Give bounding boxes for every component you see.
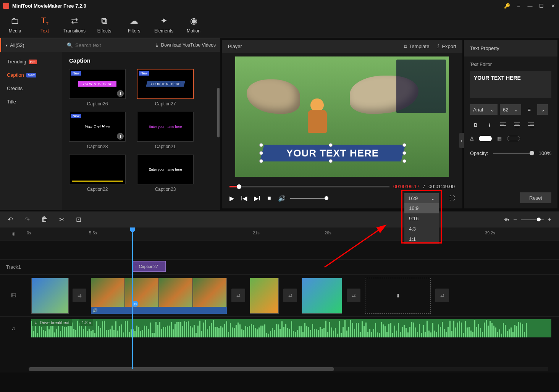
chevron-down-icon: ⌄ (431, 195, 435, 201)
stroke-color-swatch[interactable] (507, 136, 520, 141)
prev-frame-button[interactable]: I◀ (241, 195, 247, 202)
transition-slot-2[interactable]: ⇄ (231, 289, 245, 302)
aspect-option-16-9[interactable]: 16:9 (404, 203, 439, 213)
zoom-slider[interactable] (521, 219, 544, 220)
volume-slider[interactable] (290, 198, 328, 199)
search-box[interactable]: 🔍 (67, 42, 117, 48)
aspect-option-4-3[interactable]: 4:3 (404, 224, 439, 234)
timeline-scrollbar[interactable] (29, 367, 548, 371)
close-button[interactable]: ✕ (550, 3, 556, 9)
tab-effects[interactable]: ⧉Effects (89, 11, 119, 38)
split-button[interactable]: ✂ (59, 216, 65, 224)
search-input[interactable] (75, 42, 117, 48)
transition-slot-4[interactable]: ⇄ (347, 289, 360, 302)
panel-expand-handle[interactable]: › (459, 133, 464, 148)
opacity-slider[interactable] (493, 153, 534, 154)
text-overlay[interactable]: YOUR TEXT HERE (260, 145, 406, 161)
transition-slot-1[interactable]: ⇉ (73, 289, 86, 302)
zoom-in-button[interactable]: + (548, 216, 551, 223)
volume-button[interactable]: 🔊 (278, 195, 286, 202)
fill-color-swatch[interactable] (479, 136, 492, 141)
video-clip-2[interactable]: 🔊 ✂ (91, 278, 227, 314)
video-placeholder[interactable]: ⬇ (365, 278, 431, 314)
transition-slot-5[interactable]: ⇄ (435, 289, 449, 302)
text-clip-caption27[interactable]: TCaption27 (132, 261, 166, 272)
stop-button[interactable]: ■ (267, 195, 271, 202)
search-icon: 🔍 (67, 42, 73, 48)
export-button[interactable]: ⤴Export (437, 43, 456, 49)
app-icon (3, 3, 9, 9)
template-icon: ⧈ (404, 43, 407, 49)
download-icon[interactable]: ⬇ (117, 133, 124, 140)
thumb-caption22[interactable]: Caption22 (69, 155, 126, 192)
asset-browser: 🔍 ⤓Download YouTube Videos Caption NewYO… (62, 38, 220, 210)
thumb-caption23[interactable]: Enter your name here Caption23 (137, 155, 194, 192)
clip-volume-icon[interactable]: 🔊 (92, 308, 98, 313)
download-youtube-link[interactable]: ⤓Download YouTube Videos (155, 42, 216, 48)
zoom-out-button[interactable]: − (513, 216, 517, 223)
play-button[interactable]: ▶ (229, 195, 234, 202)
template-button[interactable]: ⧈Template (404, 43, 430, 49)
font-family-select[interactable]: Arial⌄ (470, 104, 498, 115)
clip-speed-icon[interactable]: ✂ (132, 301, 138, 307)
redo-button[interactable]: ↷ (24, 216, 30, 224)
thumb-caption26[interactable]: NewYOUR TEXT HERE⬇ Caption26 (69, 69, 126, 106)
transition-slot-3[interactable]: ⇄ (283, 289, 297, 302)
italic-button[interactable]: I (484, 119, 495, 130)
video-clip-3[interactable] (250, 278, 279, 314)
timeline-ruler[interactable]: 0s 5.5s 21s 26s 39.2s (27, 227, 559, 240)
playhead[interactable] (132, 227, 133, 369)
aspect-ratio-select[interactable]: 16:9 ⌄ 16:9 9:16 4:3 1:1 (404, 193, 439, 203)
maximize-button[interactable]: ☐ (538, 3, 544, 9)
audio-clip[interactable] (31, 319, 551, 337)
reset-button[interactable]: Reset (520, 192, 551, 203)
tab-motion[interactable]: ◉Motion (179, 11, 208, 38)
align-right-button[interactable] (525, 119, 536, 130)
category-sidebar: ▾All(52) TrendingHot CaptionNew Credits … (0, 38, 62, 210)
thumb-caption28[interactable]: NewYour Text Here⬇ Caption28 (69, 112, 126, 149)
category-trending[interactable]: TrendingHot (0, 55, 62, 68)
undo-button[interactable]: ↶ (8, 216, 13, 224)
tab-elements[interactable]: ✦Elements (149, 11, 179, 38)
tab-transitions[interactable]: ⇄Transitions (60, 11, 89, 38)
bold-button[interactable]: B (470, 119, 481, 130)
font-size-select[interactable]: 62⌄ (500, 104, 521, 115)
scrub-bar[interactable] (229, 186, 389, 187)
aspect-option-9-16[interactable]: 9:16 (404, 213, 439, 224)
category-caption[interactable]: CaptionNew (0, 68, 62, 82)
highlight-icon: ▦ (497, 136, 502, 141)
app-title: MiniTool MovieMaker Free 7.2.0 (12, 3, 86, 9)
fullscreen-button[interactable]: ⛶ (449, 195, 455, 201)
crop-button[interactable]: ⊡ (76, 216, 81, 224)
thumb-caption21[interactable]: Enter your name here Caption21 (137, 112, 194, 149)
delete-button[interactable]: 🗑 (41, 216, 48, 223)
next-frame-button[interactable]: ▶I (254, 195, 260, 202)
filters-icon: ☁ (130, 16, 138, 26)
category-all[interactable]: ▾All(52) (0, 38, 62, 52)
thumb-caption27[interactable]: NewYOUR TEXT HERE Caption27 (137, 69, 194, 106)
audio-clip-label: ♫Drive breakbeat (32, 319, 72, 326)
key-icon[interactable]: 🔑 (504, 3, 510, 9)
menu-icon[interactable]: ≡ (515, 3, 522, 9)
align-center-button[interactable] (511, 119, 523, 130)
effects-icon: ⧉ (101, 16, 107, 26)
text-editor-input[interactable] (470, 71, 551, 98)
category-credits[interactable]: Credits (0, 82, 62, 95)
preview-canvas[interactable]: YOUR TEXT HERE (235, 56, 449, 177)
aspect-option-1-1[interactable]: 1:1 (404, 234, 439, 244)
more-text-options[interactable]: ⌄ (537, 104, 548, 115)
tab-text[interactable]: TTText (30, 11, 60, 38)
video-clip-1[interactable] (31, 278, 69, 314)
fit-button[interactable]: ⇹ (504, 216, 509, 224)
add-track-button[interactable]: ⊕ (0, 231, 27, 237)
browser-scrollbar[interactable] (217, 88, 220, 137)
tab-media[interactable]: 🗀Media (0, 11, 30, 38)
line-spacing-button[interactable]: ≡ (523, 104, 535, 115)
video-clip-4[interactable] (302, 278, 342, 314)
transitions-icon: ⇄ (71, 16, 78, 26)
download-icon[interactable]: ⬇ (117, 90, 124, 97)
minimize-button[interactable]: — (527, 3, 533, 9)
align-left-button[interactable] (498, 119, 509, 130)
category-title[interactable]: Title (0, 95, 62, 108)
tab-filters[interactable]: ☁Filters (119, 11, 149, 38)
